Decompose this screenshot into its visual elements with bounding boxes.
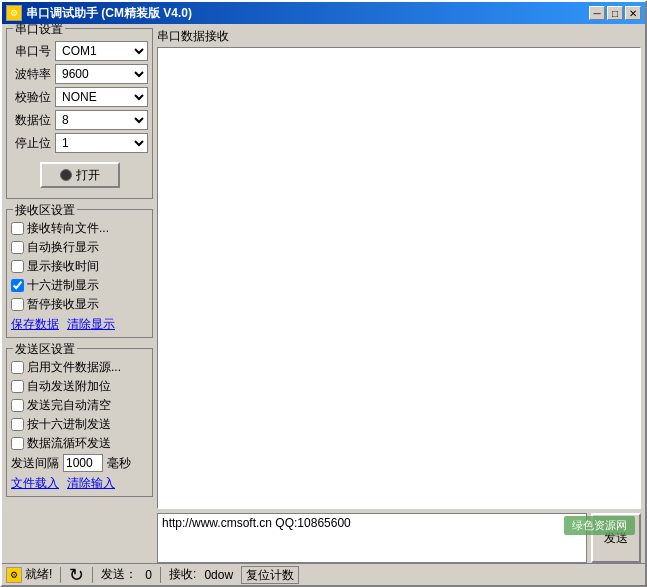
recv-option-0: 接收转向文件... [11,220,148,237]
serial-settings-group: 串口设置 串口号 COM1 COM2 COM3 COM4 波特率 [6,28,153,199]
send-option-0: 启用文件数据源... [11,359,148,376]
send-label-4: 数据流循环发送 [27,435,111,452]
recv-label-3: 十六进制显示 [27,277,99,294]
main-content: 串口设置 串口号 COM1 COM2 COM3 COM4 波特率 [2,24,645,563]
recv-option-4: 暂停接收显示 [11,296,148,313]
right-panel-wrapper: 串口数据接收 http://www.cmsoft.cn QQ:10865600 … [157,24,645,563]
parity-select-wrapper: NONE ODD EVEN [55,87,148,107]
reset-icon: ↺ [69,564,84,586]
interval-unit: 毫秒 [107,455,131,472]
status-app-icon: ⚙ [6,567,22,583]
send-option-4: 数据流循环发送 [11,435,148,452]
parity-select[interactable]: NONE ODD EVEN [55,87,148,107]
reset-icon-area[interactable]: ↺ [69,564,84,586]
stopbits-select[interactable]: 1 1.5 2 [55,133,148,153]
led-indicator [60,169,72,181]
receive-settings-title: 接收区设置 [13,202,77,219]
serial-settings-title: 串口设置 [13,24,65,38]
recv-label-0: 接收转向文件... [27,220,109,237]
baud-select-wrapper: 1200 2400 4800 9600 19200 38400 115200 [55,64,148,84]
status-icon-area: ⚙ 就绪! [6,566,52,583]
baud-row: 波特率 1200 2400 4800 9600 19200 38400 1152… [11,64,148,84]
left-panel: 串口设置 串口号 COM1 COM2 COM3 COM4 波特率 [2,24,157,563]
send-label-3: 按十六进制发送 [27,416,111,433]
title-buttons: ─ □ ✕ [589,6,641,20]
receive-count-label: 接收: [169,566,196,583]
save-data-link[interactable]: 保存数据 [11,316,59,333]
recv-checkbox-0[interactable] [11,222,24,235]
recv-label-2: 显示接收时间 [27,258,99,275]
parity-row: 校验位 NONE ODD EVEN [11,87,148,107]
databits-label: 数据位 [11,112,51,129]
send-label-2: 发送完自动清空 [27,397,111,414]
databits-select[interactable]: 5 6 7 8 [55,110,148,130]
watermark-text: 绿色资源网 [572,519,627,531]
baud-label: 波特率 [11,66,51,83]
send-settings-group: 发送区设置 启用文件数据源... 自动发送附加位 发送完自动清空 按十六进制发送 [6,348,153,497]
receive-count-value: 0dow [204,568,233,582]
title-bar-left: ⚙ 串口调试助手 (CM精装版 V4.0) [6,5,192,22]
send-links: 文件载入 清除输入 [11,475,148,492]
parity-label: 校验位 [11,89,51,106]
send-checkbox-4[interactable] [11,437,24,450]
send-label-1: 自动发送附加位 [27,378,111,395]
send-option-3: 按十六进制发送 [11,416,148,433]
send-label-0: 启用文件数据源... [27,359,121,376]
recv-checkbox-1[interactable] [11,241,24,254]
status-divider-3 [160,567,161,583]
status-divider-2 [92,567,93,583]
send-input[interactable]: http://www.cmsoft.cn QQ:10865600 [157,513,587,563]
recv-links: 保存数据 清除显示 [11,316,148,333]
recv-label-1: 自动换行显示 [27,239,99,256]
status-divider-1 [60,567,61,583]
maximize-button[interactable]: □ [607,6,623,20]
recv-checkbox-2[interactable] [11,260,24,273]
databits-row: 数据位 5 6 7 8 [11,110,148,130]
watermark: 绿色资源网 [564,516,635,535]
status-ready-text: 就绪! [25,566,52,583]
send-count-label: 发送： [101,566,137,583]
recv-option-1: 自动换行显示 [11,239,148,256]
port-label: 串口号 [11,43,51,60]
recv-label-4: 暂停接收显示 [27,296,99,313]
recv-checkbox-3[interactable] [11,279,24,292]
stopbits-select-wrapper: 1 1.5 2 [55,133,148,153]
send-checkbox-2[interactable] [11,399,24,412]
send-count-value: 0 [145,568,152,582]
send-option-2: 发送完自动清空 [11,397,148,414]
send-checkbox-0[interactable] [11,361,24,374]
interval-row: 发送间隔 1000 毫秒 [11,454,148,472]
send-checkbox-3[interactable] [11,418,24,431]
stopbits-row: 停止位 1 1.5 2 [11,133,148,153]
clear-input-link[interactable]: 清除输入 [67,475,115,492]
title-bar: ⚙ 串口调试助手 (CM精装版 V4.0) ─ □ ✕ [2,2,645,24]
minimize-button[interactable]: ─ [589,6,605,20]
receive-textarea[interactable] [157,47,641,509]
receive-area-title: 串口数据接收 [157,28,641,45]
main-window: ⚙ 串口调试助手 (CM精装版 V4.0) ─ □ ✕ 串口设置 串口号 COM… [0,0,647,587]
port-row: 串口号 COM1 COM2 COM3 COM4 [11,41,148,61]
send-option-1: 自动发送附加位 [11,378,148,395]
port-select-wrapper: COM1 COM2 COM3 COM4 [55,41,148,61]
send-checkbox-1[interactable] [11,380,24,393]
clear-display-link[interactable]: 清除显示 [67,316,115,333]
send-input-container: http://www.cmsoft.cn QQ:10865600 [157,513,587,563]
open-btn-label: 打开 [76,167,100,184]
close-button[interactable]: ✕ [625,6,641,20]
databits-select-wrapper: 5 6 7 8 [55,110,148,130]
window-title: 串口调试助手 (CM精装版 V4.0) [26,5,192,22]
stopbits-label: 停止位 [11,135,51,152]
recv-option-2: 显示接收时间 [11,258,148,275]
status-bar: ⚙ 就绪! ↺ 发送： 0 接收: 0dow 复位计数 [2,563,645,585]
file-load-link[interactable]: 文件载入 [11,475,59,492]
send-settings-title: 发送区设置 [13,341,77,358]
interval-input[interactable]: 1000 [63,454,103,472]
app-icon: ⚙ [6,5,22,21]
port-select[interactable]: COM1 COM2 COM3 COM4 [55,41,148,61]
receive-settings-group: 接收区设置 接收转向文件... 自动换行显示 显示接收时间 十六进制显示 [6,209,153,338]
reset-count-button[interactable]: 复位计数 [241,566,299,584]
recv-option-3: 十六进制显示 [11,277,148,294]
open-port-button[interactable]: 打开 [40,162,120,188]
recv-checkbox-4[interactable] [11,298,24,311]
baud-select[interactable]: 1200 2400 4800 9600 19200 38400 115200 [55,64,148,84]
